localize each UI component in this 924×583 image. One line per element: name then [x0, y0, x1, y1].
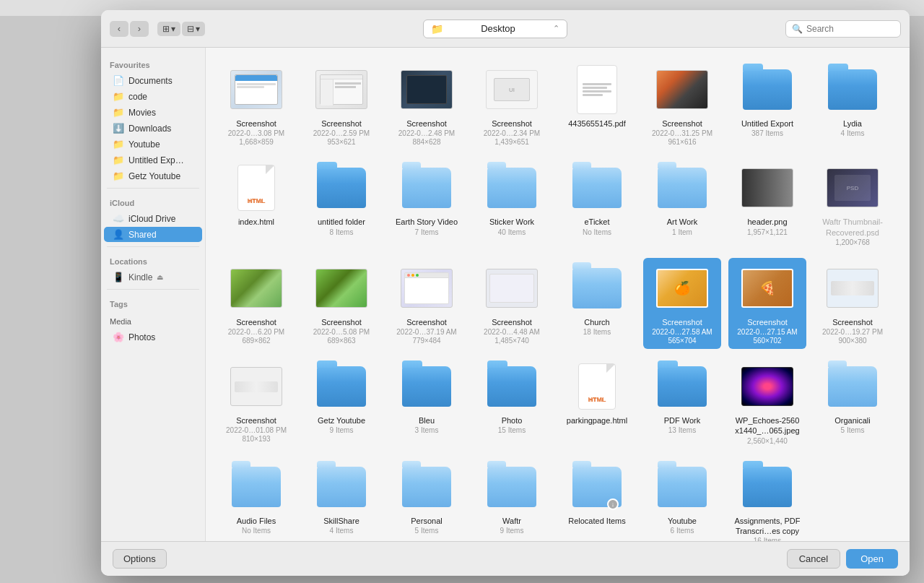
- sidebar-divider-1: [107, 188, 199, 189]
- file-name: Screenshot: [492, 317, 532, 327]
- file-size: 1,668×859: [239, 138, 274, 146]
- file-thumbnail: [401, 461, 453, 513]
- file-thumbnail: [656, 360, 708, 413]
- kindle-icon: 📱: [113, 272, 124, 282]
- file-item[interactable]: Church 18 Items: [558, 258, 636, 349]
- file-thumbnail: [741, 360, 793, 413]
- file-item[interactable]: Screenshot 2022-0…4.48 AM 1,485×740: [473, 258, 551, 349]
- location-text: Desktop: [481, 23, 515, 34]
- file-name: Earth Story Video: [396, 217, 458, 227]
- file-item[interactable]: SkillShare 4 Items: [302, 457, 380, 541]
- file-item[interactable]: Getz Youtube 9 Items: [302, 356, 380, 449]
- file-name: WP_Echoes-2560 x1440_…065.jpeg: [731, 415, 803, 436]
- file-thumbnail: [401, 162, 453, 214]
- file-item[interactable]: Screenshot 2022-0…5.08 PM 689×863: [302, 258, 380, 349]
- group-icon: ⊟: [187, 24, 194, 34]
- file-item[interactable]: Youtube 6 Items: [643, 457, 721, 541]
- file-grid: Screenshot 2022-0…3.08 PM 1,668×859: [206, 48, 910, 541]
- sidebar-item-kindle[interactable]: 📱 Kindle ⏏: [104, 269, 202, 285]
- search-input[interactable]: [806, 24, 893, 34]
- grid-icon: ⊞: [162, 24, 170, 34]
- back-button[interactable]: ‹: [110, 21, 128, 37]
- sidebar-item-code[interactable]: 📁 code: [104, 89, 202, 104]
- file-item[interactable]: Screenshot 2022-0…2.48 PM 884×628: [388, 59, 466, 150]
- file-item[interactable]: WP_Echoes-2560 x1440_…065.jpeg 2,560×1,4…: [728, 356, 806, 449]
- file-item[interactable]: Earth Story Video 7 Items: [388, 157, 466, 251]
- file-item[interactable]: Untitled Export 387 Items: [728, 59, 806, 150]
- file-item[interactable]: Organicali 5 Items: [814, 356, 892, 449]
- location-chevron: ⌃: [553, 24, 559, 33]
- cancel-button[interactable]: Cancel: [787, 549, 840, 569]
- file-size: 884×628: [412, 138, 440, 146]
- file-name: Sticker Work: [489, 217, 534, 227]
- nav-buttons: ‹ ›: [110, 21, 149, 37]
- sidebar-item-getz-youtube[interactable]: 📁 Getz Youtube: [104, 168, 202, 183]
- file-thumbnail: PSD: [827, 162, 879, 214]
- downloads-icon: ⬇️: [113, 123, 124, 134]
- file-item[interactable]: header.png 1,957×1,121: [728, 157, 806, 251]
- sidebar-item-youtube[interactable]: 📁 Youtube: [104, 137, 202, 152]
- file-item[interactable]: Photo 15 Items: [473, 356, 551, 449]
- file-meta: 2022-0…3.08 PM: [228, 129, 284, 137]
- sidebar-item-untitled-exp[interactable]: 📁 Untitled Exp…: [104, 152, 202, 168]
- sidebar-item-label: Getz Youtube: [128, 171, 180, 181]
- file-item[interactable]: Sticker Work 40 Items: [473, 157, 551, 251]
- file-item-relocated[interactable]: ↓ Relocated Items: [558, 457, 636, 541]
- location-bar: 📁 Desktop ⌃: [211, 20, 780, 38]
- file-item[interactable]: PDF Work 13 Items: [643, 356, 721, 449]
- sidebar-item-movies[interactable]: 📁 Movies: [104, 105, 202, 120]
- sidebar-item-icloud-drive[interactable]: ☁️ iCloud Drive: [104, 211, 202, 226]
- file-name: Assignments, PDF Transcri…es copy: [731, 516, 803, 537]
- file-name: Personal: [411, 516, 442, 526]
- file-meta: 3 Items: [415, 426, 439, 434]
- file-item[interactable]: Screenshot 2022-0…37.19 AM 779×484: [388, 258, 466, 349]
- file-item-selected-2[interactable]: 🍕 Screenshot 2022-0…27.15 AM 560×702: [728, 258, 806, 349]
- file-item[interactable]: Personal 5 Items: [388, 457, 466, 541]
- file-item[interactable]: Screenshot 2022-0…19.27 PM 900×380: [814, 258, 892, 349]
- file-item[interactable]: PSD Waftr Thumbnail-Recovered.psd 1,200×…: [814, 157, 892, 251]
- file-size: 810×193: [242, 435, 270, 443]
- group-view-button[interactable]: ⊟ ▾: [182, 22, 205, 36]
- file-item[interactable]: HTML index.html: [217, 157, 295, 251]
- file-thumbnail: [741, 64, 793, 116]
- file-item[interactable]: Screenshot 2022-0…3.08 PM 1,668×859: [217, 59, 295, 150]
- file-item[interactable]: Screenshot 2022-0…2.59 PM 953×621: [302, 59, 380, 150]
- forward-button[interactable]: ›: [130, 21, 149, 37]
- file-item[interactable]: untitled folder 8 Items: [302, 157, 380, 251]
- location-selector[interactable]: 📁 Desktop ⌃: [423, 20, 567, 38]
- file-item[interactable]: Screenshot 2022-0…01.08 PM 810×193: [217, 356, 295, 449]
- file-item[interactable]: Waftr 9 Items: [473, 457, 551, 541]
- file-name: untitled folder: [318, 217, 365, 227]
- file-meta: 387 Items: [751, 129, 783, 137]
- file-item[interactable]: Bleu 3 Items: [388, 356, 466, 449]
- file-thumbnail: [401, 360, 453, 413]
- open-button[interactable]: Open: [846, 549, 898, 569]
- file-item[interactable]: UI Screenshot 2022-0…2.34 PM 1,439×651: [473, 59, 551, 150]
- file-item[interactable]: Art Work 1 Item: [643, 157, 721, 251]
- icon-view-button[interactable]: ⊞ ▾: [157, 22, 180, 36]
- file-name: Church: [584, 317, 609, 327]
- file-thumbnail: [741, 461, 793, 513]
- file-item[interactable]: Screenshot 2022-0…6.20 PM 689×862: [217, 258, 295, 349]
- file-item[interactable]: Lydia 4 Items: [814, 59, 892, 150]
- file-item[interactable]: Screenshot 2022-0…31.25 PM 961×616: [643, 59, 721, 150]
- file-meta: 2022-0…27.58 AM: [652, 328, 712, 336]
- file-thumbnail: 🍊: [656, 262, 708, 314]
- sidebar-item-shared[interactable]: 👤 Shared: [104, 227, 202, 242]
- file-thumbnail: [571, 262, 623, 314]
- file-item[interactable]: HTML parkingpage.html: [558, 356, 636, 449]
- file-item[interactable]: 4435655145.pdf: [558, 59, 636, 150]
- sidebar-item-label: Photos: [128, 332, 155, 342]
- toolbar: ‹ › ⊞ ▾ ⊟ ▾ 📁 Desktop ⌃ 🔍: [101, 10, 910, 48]
- sidebar-item-photos[interactable]: 🌸 Photos: [104, 329, 202, 345]
- file-item-selected-1[interactable]: 🍊 Screenshot 2022-0…27.58 AM 565×704: [643, 258, 721, 349]
- file-meta: 2022-0…37.19 AM: [396, 328, 456, 336]
- file-item[interactable]: Assignments, PDF Transcri…es copy 16 Ite…: [728, 457, 806, 541]
- file-item[interactable]: Audio Files No Items: [217, 457, 295, 541]
- file-thumbnail: UI: [486, 64, 538, 116]
- options-button[interactable]: Options: [113, 549, 167, 569]
- file-item[interactable]: eTicket No Items: [558, 157, 636, 251]
- sidebar-item-documents[interactable]: 📄 Documents: [104, 73, 202, 88]
- sidebar-item-downloads[interactable]: ⬇️ Downloads: [104, 121, 202, 136]
- sidebar-divider-3: [107, 289, 199, 290]
